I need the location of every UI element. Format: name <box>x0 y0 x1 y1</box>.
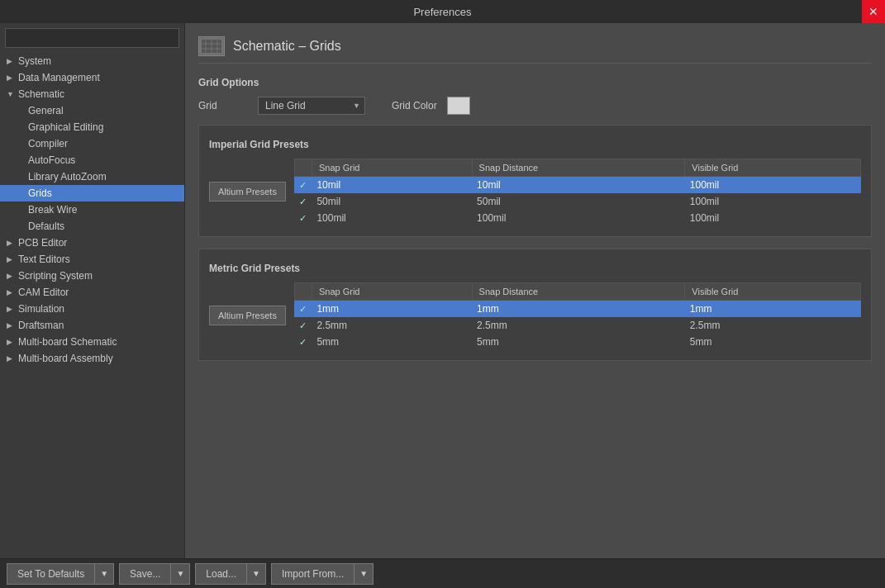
sidebar-item-autofocus[interactable]: AutoFocus <box>0 152 184 168</box>
page-icon <box>198 36 225 56</box>
page-title: Schematic – Grids <box>233 39 341 54</box>
imperial-snap-distance-2: 100mil <box>472 210 685 226</box>
sidebar-item-label: System <box>18 55 51 67</box>
imperial-table-row[interactable]: ✓ 50mil 50mil 100mil <box>294 193 860 210</box>
sidebar-item-label: Scripting System <box>18 270 93 282</box>
expand-arrow-icon: ▶ <box>7 74 15 82</box>
sidebar-item-label: Data Management <box>18 72 100 83</box>
metric-table-container: Altium Presets Snap Grid Snap Distance V… <box>209 282 861 350</box>
window-title: Preferences <box>413 6 471 18</box>
metric-table-row[interactable]: ✓ 2.5mm 2.5mm 2.5mm <box>294 317 860 334</box>
main-container: ▶System▶Data Management▼SchematicGeneral… <box>0 23 885 558</box>
search-input[interactable] <box>5 28 179 48</box>
sidebar-item-label: Multi-board Assembly <box>18 353 113 364</box>
expand-arrow-icon: ▶ <box>7 321 15 330</box>
sidebar-item-label: Graphical Editing <box>28 121 103 133</box>
metric-visible-grid-0: 1mm <box>685 301 861 318</box>
imperial-grid-table: Snap Grid Snap Distance Visible Grid ✓ 1… <box>294 159 861 226</box>
set-to-defaults-arrow[interactable]: ▼ <box>95 563 114 585</box>
sidebar-item-simulation[interactable]: ▶Simulation <box>0 301 184 317</box>
imperial-snap-distance-0: 10mil <box>472 177 685 194</box>
sidebar-item-label: Draftsman <box>18 320 64 331</box>
imperial-presets-button[interactable]: Altium Presets <box>209 182 286 202</box>
sidebar-item-system[interactable]: ▶System <box>0 53 184 69</box>
expand-arrow-icon: ▼ <box>7 90 15 98</box>
sidebar-item-library-autozoom[interactable]: Library AutoZoom <box>0 168 184 185</box>
sidebar-item-label: General <box>28 105 64 116</box>
import-from-arrow[interactable]: ▼ <box>354 563 374 585</box>
sidebar-item-general[interactable]: General <box>0 102 184 119</box>
import-from-button[interactable]: Import From... <box>271 563 354 585</box>
load-arrow[interactable]: ▼ <box>247 563 266 585</box>
sidebar-item-multi-board-schematic[interactable]: ▶Multi-board Schematic <box>0 334 184 350</box>
set-to-defaults-group: Set To Defaults ▼ <box>7 563 114 585</box>
close-button[interactable]: ✕ <box>862 0 885 23</box>
metric-visible-grid-2: 5mm <box>685 334 861 350</box>
load-group: Load... ▼ <box>195 563 266 585</box>
sidebar-item-schematic[interactable]: ▼Schematic <box>0 86 184 102</box>
imperial-check-0: ✓ <box>294 177 312 194</box>
imperial-preset-section: Imperial Grid Presets Altium Presets Sna… <box>198 125 872 237</box>
set-to-defaults-button[interactable]: Set To Defaults <box>7 563 95 585</box>
sidebar-item-label: Grids <box>28 187 52 199</box>
imperial-check-header <box>294 159 312 177</box>
metric-snap-grid-1: 2.5mm <box>312 317 472 334</box>
sidebar-item-text-editors[interactable]: ▶Text Editors <box>0 251 184 268</box>
expand-arrow-icon: ▶ <box>7 272 15 280</box>
imperial-table-container: Altium Presets Snap Grid Snap Distance V… <box>209 159 861 226</box>
metric-grid-table: Snap Grid Snap Distance Visible Grid ✓ 1… <box>294 282 861 350</box>
sidebar-item-graphical-editing[interactable]: Graphical Editing <box>0 119 184 135</box>
sidebar-item-label: PCB Editor <box>18 237 67 249</box>
grid-options-title: Grid Options <box>198 77 872 88</box>
sidebar-item-label: Simulation <box>18 303 64 315</box>
grid-option-row: Grid Line Grid Dot Grid ▼ Grid Color <box>198 97 872 115</box>
sidebar-item-defaults[interactable]: Defaults <box>0 218 184 235</box>
metric-check-0: ✓ <box>294 301 312 318</box>
load-button[interactable]: Load... <box>195 563 247 585</box>
grid-color-swatch[interactable] <box>447 97 470 115</box>
metric-snap-grid-2: 5mm <box>312 334 472 350</box>
sidebar-item-label: CAM Editor <box>18 287 69 298</box>
sidebar-item-label: Defaults <box>28 220 64 232</box>
imperial-visible-grid-header: Visible Grid <box>685 159 861 177</box>
expand-arrow-icon: ▶ <box>7 338 15 346</box>
expand-arrow-icon: ▶ <box>7 288 15 296</box>
expand-arrow-icon: ▶ <box>7 305 15 313</box>
imperial-table-row[interactable]: ✓ 10mil 10mil 100mil <box>294 177 860 194</box>
metric-table-row[interactable]: ✓ 1mm 1mm 1mm <box>294 301 860 318</box>
metric-preset-section: Metric Grid Presets Altium Presets Snap … <box>198 249 872 361</box>
imperial-section-title: Imperial Grid Presets <box>209 139 861 150</box>
metric-check-1: ✓ <box>294 317 312 334</box>
grid-dropdown[interactable]: Line Grid Dot Grid <box>258 97 365 115</box>
sidebar-item-multi-board-assembly[interactable]: ▶Multi-board Assembly <box>0 350 184 367</box>
sidebar-item-cam-editor[interactable]: ▶CAM Editor <box>0 284 184 301</box>
imperial-snap-grid-1: 50mil <box>312 193 472 210</box>
sidebar-item-label: Schematic <box>18 88 64 100</box>
imperial-table-row[interactable]: ✓ 100mil 100mil 100mil <box>294 210 860 226</box>
metric-snap-grid-0: 1mm <box>312 301 472 318</box>
sidebar-item-compiler[interactable]: Compiler <box>0 135 184 152</box>
save-arrow[interactable]: ▼ <box>171 563 190 585</box>
sidebar-item-label: Library AutoZoom <box>28 171 107 183</box>
save-button[interactable]: Save... <box>119 563 171 585</box>
imperial-visible-grid-1: 100mil <box>685 193 861 210</box>
sidebar-item-label: Text Editors <box>18 254 70 265</box>
imperial-check-1: ✓ <box>294 193 312 210</box>
sidebar-item-data-management[interactable]: ▶Data Management <box>0 69 184 86</box>
grid-color-label: Grid Color <box>392 100 437 111</box>
sidebar-item-draftsman[interactable]: ▶Draftsman <box>0 317 184 334</box>
sidebar-item-break-wire[interactable]: Break Wire <box>0 202 184 218</box>
sidebar-item-scripting-system[interactable]: ▶Scripting System <box>0 268 184 284</box>
imperial-snap-grid-header: Snap Grid <box>312 159 472 177</box>
metric-visible-grid-header: Visible Grid <box>685 283 861 301</box>
expand-arrow-icon: ▶ <box>7 57 15 65</box>
title-bar: Preferences ✕ <box>0 0 885 23</box>
sidebar-item-pcb-editor[interactable]: ▶PCB Editor <box>0 235 184 251</box>
sidebar-item-grids[interactable]: Grids <box>0 185 184 202</box>
metric-presets-button[interactable]: Altium Presets <box>209 306 286 325</box>
content-area: Schematic – Grids Grid Options Grid Line… <box>185 23 885 558</box>
metric-snap-distance-0: 1mm <box>472 301 685 318</box>
expand-arrow-icon: ▶ <box>7 239 15 247</box>
metric-table-row[interactable]: ✓ 5mm 5mm 5mm <box>294 334 860 350</box>
imperial-snap-distance-1: 50mil <box>472 193 685 210</box>
